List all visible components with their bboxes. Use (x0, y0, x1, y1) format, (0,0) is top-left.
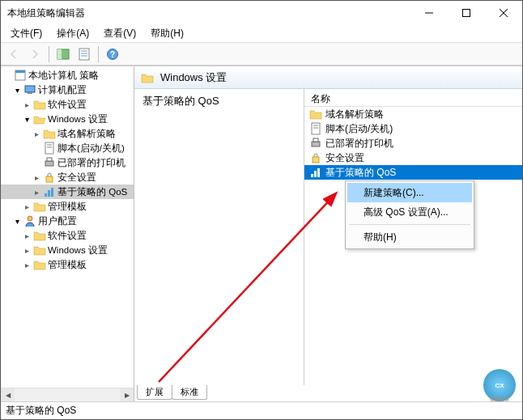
tree-scripts-1[interactable]: 脚本(启动/关机) (1, 141, 134, 155)
twisty-icon (30, 142, 43, 155)
watermark-logo: CX (483, 369, 516, 401)
navigation-tree[interactable]: 本地计算机 策略 ▾ 计算机配置 ▸ 软件设置 (1, 66, 134, 388)
list-item-label: 基于策略的 QoS (325, 166, 396, 180)
tree-software-settings-2[interactable]: ▸ 软件设置 (1, 228, 134, 243)
list-item[interactable]: 脚本(启动/关机) (304, 121, 522, 136)
forward-button[interactable] (25, 45, 45, 63)
show-hide-tree-button[interactable] (53, 45, 73, 63)
tree-admin-templates-1[interactable]: ▸ 管理模板 (1, 199, 134, 214)
chevron-right-icon[interactable]: ▸ (20, 98, 33, 111)
twisty-icon[interactable] (1, 69, 14, 82)
folder-icon (33, 98, 46, 111)
tree-item-label: 已部署的打印机 (57, 157, 125, 169)
svg-rect-5 (57, 49, 62, 59)
tree-root[interactable]: 本地计算机 策略 (1, 68, 134, 83)
toolbar: ? (1, 43, 522, 66)
policy-icon (14, 69, 27, 82)
computer-icon (23, 83, 36, 96)
tree-computer-config[interactable]: ▾ 计算机配置 (1, 83, 134, 97)
ctx-help[interactable]: 帮助(H) (347, 227, 472, 247)
tree-qos-1[interactable]: ▸ 基于策略的 QoS (1, 185, 134, 199)
security-icon (43, 171, 56, 184)
context-menu: 新建策略(C)... 高级 QoS 设置(A)... 帮助(H) (345, 180, 474, 249)
chevron-right-icon[interactable]: ▸ (30, 127, 43, 140)
window-title: 本地组策略编辑器 (7, 6, 410, 20)
menu-action[interactable]: 操作(A) (50, 25, 96, 42)
printer-icon (43, 156, 56, 169)
list-item[interactable]: 域名解析策略 (304, 107, 522, 121)
svg-rect-21 (46, 176, 53, 182)
status-bar: 基于策略的 QoS (1, 401, 522, 419)
tree-software-settings-1[interactable]: ▸ 软件设置 (1, 97, 134, 112)
list-item[interactable]: 安全设置 (304, 151, 522, 165)
svg-rect-33 (314, 171, 317, 177)
svg-rect-31 (313, 157, 319, 163)
chevron-right-icon[interactable]: ▸ (20, 244, 33, 257)
scroll-right-button[interactable]: ▶ (120, 388, 134, 402)
folder-icon (309, 108, 322, 121)
chevron-down-icon[interactable]: ▾ (20, 112, 33, 125)
tree-printers-1[interactable]: 已部署的打印机 (1, 155, 134, 170)
minimize-button[interactable] (410, 1, 448, 25)
tree-item-label: 软件设置 (48, 99, 87, 111)
toolbar-separator (49, 46, 49, 62)
svg-rect-14 (25, 86, 35, 92)
chevron-right-icon[interactable]: ▸ (20, 229, 33, 242)
tree-item-label: 脚本(启动/关机) (57, 142, 125, 155)
svg-point-25 (28, 216, 32, 221)
svg-rect-32 (311, 174, 313, 177)
column-header-name[interactable]: 名称 (304, 89, 522, 107)
list-item-label: 脚本(启动/关机) (325, 122, 393, 136)
user-icon (23, 214, 36, 227)
tree-admin-templates-2[interactable]: ▸ 管理模板 (1, 257, 134, 272)
folder-icon (33, 258, 46, 271)
tree-dns-policy[interactable]: ▸ 域名解析策略 (1, 126, 134, 141)
menu-file[interactable]: 文件(F) (4, 25, 49, 42)
ctx-new-policy[interactable]: 新建策略(C)... (347, 183, 472, 202)
ctx-advanced-qos[interactable]: 高级 QoS 设置(A)... (347, 202, 472, 222)
tree-user-config[interactable]: ▾ 用户配置 (1, 214, 134, 228)
watermark-text: CX (495, 382, 504, 389)
menu-view[interactable]: 查看(V) (97, 25, 142, 42)
app-window: 本地组策略编辑器 文件(F) 操作(A) 查看(V) 帮助(H) (0, 0, 523, 420)
svg-rect-19 (45, 161, 53, 166)
svg-rect-23 (48, 190, 50, 197)
chevron-right-icon[interactable]: ▸ (30, 171, 43, 184)
folder-icon (33, 244, 46, 257)
breadcrumb: Windows 设置 (134, 66, 522, 89)
svg-rect-20 (47, 158, 52, 161)
tree-security-1[interactable]: ▸ 安全设置 (1, 170, 134, 185)
close-button[interactable] (485, 1, 522, 25)
tree-item-label: 域名解析策略 (57, 128, 116, 140)
chevron-right-icon[interactable]: ▸ (30, 185, 43, 198)
tab-standard[interactable]: 标准 (172, 385, 207, 400)
svg-rect-6 (79, 49, 89, 60)
folder-icon (43, 127, 56, 140)
list-item[interactable]: 基于策略的 QoS (304, 165, 522, 180)
svg-rect-30 (313, 138, 318, 142)
tree-item-label: 管理模板 (48, 201, 87, 213)
help-button[interactable]: ? (103, 45, 122, 63)
menu-help[interactable]: 帮助(H) (144, 25, 190, 42)
tab-extended[interactable]: 扩展 (137, 385, 172, 400)
chevron-down-icon[interactable]: ▾ (11, 214, 23, 227)
qos-icon (309, 166, 322, 179)
chevron-right-icon[interactable]: ▸ (20, 258, 33, 271)
chevron-right-icon[interactable]: ▸ (20, 200, 33, 213)
properties-button[interactable] (74, 45, 94, 63)
tree-windows-settings-1[interactable]: ▾ Windows 设置 (1, 112, 134, 126)
scroll-left-button[interactable]: ◀ (1, 388, 15, 402)
maximize-button[interactable] (448, 1, 485, 25)
svg-rect-15 (28, 92, 32, 94)
page-title: Windows 设置 (160, 70, 227, 85)
folder-icon (33, 200, 46, 213)
svg-rect-26 (312, 123, 320, 134)
chevron-down-icon[interactable]: ▾ (11, 83, 23, 96)
back-button[interactable] (4, 45, 23, 63)
tree-hscrollbar[interactable]: ◀ ▶ (1, 388, 134, 401)
tree-windows-settings-2[interactable]: ▸ Windows 设置 (1, 243, 134, 257)
svg-text:?: ? (110, 50, 115, 59)
list-item[interactable]: 已部署的打印机 (304, 136, 522, 151)
status-text: 基于策略的 QoS (6, 404, 76, 418)
description-column: 基于策略的 QoS (134, 89, 304, 385)
